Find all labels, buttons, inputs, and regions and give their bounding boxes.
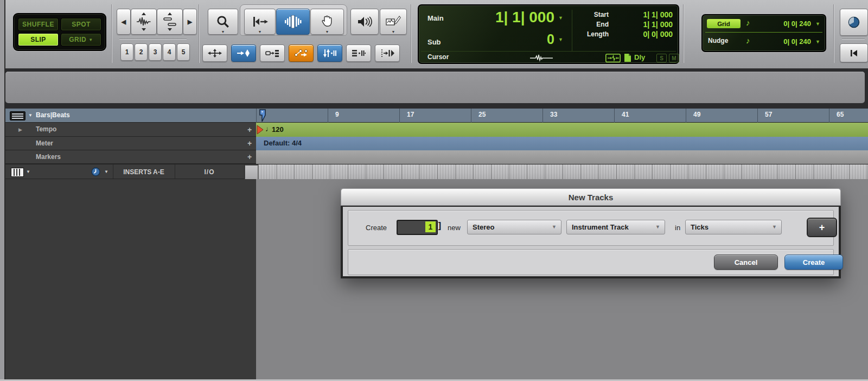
delay-page-icon[interactable] — [624, 53, 631, 62]
tab-to-transient-button[interactable] — [231, 45, 256, 62]
track-type-dropdown[interactable]: Instrument Track ▼ — [566, 220, 665, 234]
selector-waveform-icon — [284, 15, 302, 28]
expand-triangle-icon[interactable]: ▶ — [18, 127, 22, 132]
tempo-label[interactable]: Tempo — [36, 125, 56, 133]
counter-divider — [572, 10, 572, 51]
edit-mode-shuffle[interactable]: SHUFFLE — [18, 18, 59, 31]
mute-indicator[interactable]: M — [669, 54, 679, 62]
pencil-icon — [386, 15, 401, 28]
timeline-scroll-strip[interactable] — [258, 164, 868, 180]
chevron-down-icon[interactable]: ▼ — [28, 113, 33, 118]
zoomer-tool-button[interactable]: ▼ — [208, 9, 238, 35]
tempo-add-button[interactable]: + — [247, 126, 252, 134]
timebase-dropdown[interactable]: Ticks ▼ — [685, 220, 782, 234]
markers-timeline[interactable] — [256, 150, 868, 164]
mute-label: M — [672, 55, 676, 61]
scrubber-tool-button[interactable] — [350, 9, 379, 35]
tempo-ruler-row: ▶ Tempo + ♩ 120 — [5, 123, 868, 137]
zoom-preset-5[interactable]: 5 — [177, 43, 190, 61]
grabber-tool-button[interactable]: ▼ — [310, 9, 344, 35]
tempo-timeline[interactable]: ♩ 120 — [256, 123, 868, 137]
bars-beats-timeline[interactable]: 9 17 25 33 41 49 57 65 — [256, 109, 868, 123]
nudge-note-icon[interactable]: ♪ — [746, 36, 750, 45]
timebase-clock-icon[interactable] — [91, 167, 100, 176]
pencil-tool-button[interactable]: ▼ — [380, 9, 407, 35]
speaker-icon — [357, 16, 372, 28]
chevron-down-icon[interactable]: ▼ — [104, 169, 108, 174]
meter-value[interactable]: Default: 4/4 — [264, 139, 302, 147]
edit-mode-grid[interactable]: GRID▼ — [61, 33, 101, 46]
zoom-preset-3[interactable]: 3 — [149, 43, 162, 61]
link-track-edit-button[interactable] — [317, 45, 342, 62]
sub-counter-value[interactable]: 0 — [547, 31, 554, 47]
mirrored-editing-button[interactable] — [289, 45, 314, 62]
midi-zoom-button[interactable] — [157, 9, 183, 35]
start-value[interactable]: 1| 1| 000 — [643, 10, 673, 19]
playhead-flag-icon[interactable] — [258, 109, 268, 123]
zoom-in-button[interactable]: ▶ — [183, 9, 197, 35]
edit-mode-slip[interactable]: SLIP — [18, 33, 59, 46]
meter-timeline[interactable]: Default: 4/4 — [256, 137, 868, 150]
secondary-toolbar-empty — [5, 72, 865, 103]
tempo-value[interactable]: 120 — [272, 125, 284, 134]
pie-clock-icon — [847, 16, 860, 29]
chevron-down-icon[interactable]: ▼ — [26, 169, 30, 174]
pre-post-roll-icon[interactable] — [605, 54, 621, 62]
dialog-title-bar[interactable]: New Tracks — [341, 188, 841, 206]
main-counter-dropdown-icon[interactable]: ▼ — [558, 15, 563, 21]
session-time-toggle-button[interactable] — [840, 9, 868, 36]
sub-counter-dropdown-icon[interactable]: ▼ — [558, 37, 563, 42]
nudge-label: Nudge — [708, 37, 728, 45]
zoom-out-button[interactable]: ◀ — [117, 9, 131, 35]
edit-mode-cluster: SHUFFLE SPOT SLIP GRID▼ — [13, 13, 106, 51]
zoom-preset-1[interactable]: 1 — [120, 43, 133, 61]
preset-label: 1 — [125, 48, 129, 56]
add-row-button[interactable]: + — [807, 218, 837, 237]
ruler-view-icon[interactable] — [10, 111, 25, 120]
inserts-header-label[interactable]: INSERTS A-E — [113, 168, 174, 176]
markers-ruler-row: Markers + — [5, 150, 868, 164]
edit-mode-spot[interactable]: SPOT — [61, 18, 101, 31]
horizontal-scroll-handle[interactable] — [245, 165, 258, 180]
selector-tool-button[interactable] — [276, 9, 310, 35]
preset-label: 4 — [168, 48, 171, 56]
zoom-preset-4[interactable]: 4 — [163, 43, 176, 61]
zoom-preset-2[interactable]: 2 — [135, 43, 148, 61]
markers-label[interactable]: Markers — [36, 153, 61, 161]
cancel-button[interactable]: Cancel — [714, 255, 778, 270]
meter-label[interactable]: Meter — [36, 139, 53, 147]
keyboard-focus-button[interactable] — [346, 45, 371, 62]
end-value[interactable]: 1| 1| 000 — [643, 20, 673, 29]
length-value[interactable]: 0| 0| 000 — [643, 30, 673, 39]
grid-note-icon[interactable]: ♪ — [746, 18, 750, 27]
create-button[interactable]: Create — [784, 255, 843, 270]
grid-mode-button[interactable]: Grid — [707, 19, 741, 28]
skip-to-start-icon — [849, 49, 859, 57]
meter-add-button[interactable]: + — [247, 139, 252, 147]
link-timeline-edit-button[interactable] — [260, 45, 285, 62]
markers-add-button[interactable]: + — [247, 153, 252, 161]
zoom-preset-row: 1 2 3 4 5 — [120, 43, 190, 61]
track-count-value: 1 — [429, 223, 433, 231]
track-view-columns-icon[interactable] — [11, 168, 24, 177]
grid-dropdown-icon[interactable]: ▼ — [815, 21, 820, 27]
return-to-start-button[interactable] — [840, 43, 868, 62]
solo-indicator[interactable]: S — [656, 54, 667, 62]
nudge-value[interactable]: 0| 0| 240 — [783, 37, 811, 46]
insertion-follows-playback-button[interactable] — [375, 45, 400, 62]
zoom-toggle-button[interactable] — [202, 45, 227, 62]
nudge-dropdown-icon[interactable]: ▼ — [815, 39, 820, 45]
bars-beats-label[interactable]: Bars|Beats — [36, 111, 70, 119]
grid-nudge-panel: Grid ♪ 0| 0| 240 ▼ Nudge ♪ 0| 0| 240 ▼ — [701, 14, 826, 52]
track-format-dropdown[interactable]: Stereo ▼ — [467, 220, 561, 234]
window-left-edge — [0, 0, 5, 381]
bar-tick-label: 41 — [622, 111, 629, 118]
io-header-label[interactable]: I/O — [175, 168, 244, 176]
grid-value[interactable]: 0| 0| 240 — [783, 20, 811, 28]
waveform-zoom-icon — [136, 12, 152, 31]
audio-zoom-button[interactable] — [131, 9, 157, 35]
track-count-field[interactable]: 1 ] — [397, 220, 438, 235]
delay-label[interactable]: Dly — [634, 53, 645, 61]
trim-tool-button[interactable]: ▼ — [244, 9, 276, 35]
main-counter-value[interactable]: 1| 1| 000 — [495, 9, 554, 26]
